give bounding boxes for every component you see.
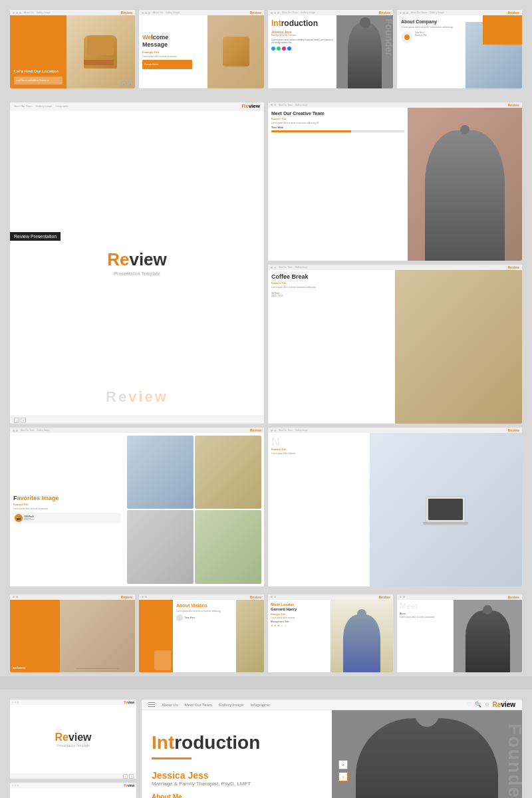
mini-slide-review-wm[interactable]: Review Review Review Presentation Templa…: [10, 783, 136, 798]
slide-title: WelcomeMessage: [142, 34, 204, 49]
intro-slide-container: About Us Meet Our Team Gallery Image Inf…: [142, 700, 522, 798]
nav-item: Gallery Image: [295, 429, 308, 432]
person-image-large: [356, 718, 499, 798]
review-content: Review Presentation Review Presentation …: [10, 110, 264, 416]
slide-body: ssions: [10, 600, 135, 673]
mini-content: Review Review Presentation Template: [10, 788, 136, 798]
brand-logo: Review: [241, 103, 260, 109]
person-role-large: Marriage & Family Therapist, PsyD, LMFT: [152, 781, 322, 787]
slide-topbar: Meet Our Team Gallery Image Infographic …: [10, 102, 264, 110]
brand-logo: Review: [250, 11, 261, 15]
person-photo: Founder: [336, 15, 393, 88]
intro-topbar: About Us Meet Our Team Gallery Image Inf…: [142, 700, 522, 710]
section-4-grid: Review ssions Review: [0, 591, 532, 677]
nav-item: Meet Our Team: [282, 11, 298, 14]
founder-watermark: Founder: [504, 724, 522, 798]
heart-icon[interactable]: ♡: [467, 702, 471, 708]
brand-logo: Review: [508, 11, 519, 15]
slide-topbar: Review: [397, 595, 522, 600]
review-watermark-area: Review: [10, 388, 264, 406]
mini-slides-column: Review Review Presentation Template ‹ › …: [10, 700, 136, 798]
nav-arrows-intro: ‹ ›: [338, 760, 348, 781]
coffee-image: [395, 270, 522, 424]
slide-topbar: Meet Our Team Gallery Image Review: [10, 428, 264, 433]
nav-item: Gallery Image: [295, 104, 308, 106]
person-name-large: Jessica Jess: [152, 770, 322, 781]
slide-body: About Company Lorem ipsum dolor sit amet…: [397, 15, 522, 88]
brand-logo-main: Review: [493, 701, 515, 708]
slide-bottombar: ‹ ›: [10, 416, 264, 424]
mini-brand: Review: [124, 701, 134, 704]
next-slide-btn[interactable]: ›: [338, 772, 348, 781]
next-btn[interactable]: ›: [129, 774, 134, 779]
nav-item: Meet Our Team: [411, 11, 427, 14]
slide-topbar: Review: [268, 595, 393, 600]
whatsapp-icon: [277, 47, 281, 51]
nav-about-us[interactable]: About Us: [162, 703, 178, 707]
slide-topbar: About Us Gallery Image Review: [139, 10, 264, 15]
nav-meet-team[interactable]: Meet Our Team: [185, 703, 212, 707]
slide-topbar: Review: [10, 595, 135, 600]
prev-slide-btn[interactable]: ‹: [338, 760, 348, 769]
slide-coffee-break[interactable]: Meet Our Team Gallery Image Review Coffe…: [268, 265, 522, 424]
slide-about-company[interactable]: Meet Our Team Gallery Image Review About…: [397, 10, 522, 88]
nav-gallery[interactable]: Gallery Image: [219, 703, 243, 707]
prev-arrow[interactable]: ‹: [14, 418, 19, 423]
intro-photo-area: Founder ‹ ›: [332, 710, 522, 798]
nav-item: Gallery Image: [37, 429, 50, 432]
slide-title: Coffee Break: [271, 273, 392, 281]
slide-title: Let's Find Our Location: [14, 69, 63, 74]
mini-topbar: Review: [10, 700, 136, 705]
hamburger-icon[interactable]: [148, 701, 156, 709]
main-review-slide[interactable]: Meet Our Team Gallery Image Infographic …: [10, 102, 264, 424]
settings-icon[interactable]: ⚙: [485, 702, 489, 708]
nav-label: Meet Our Team: [14, 104, 33, 108]
brand-logo: Review: [121, 11, 132, 15]
nav-item: Gallery Image: [165, 11, 180, 14]
nav-infographic[interactable]: Infographic: [250, 703, 270, 707]
brand-logo: Review: [508, 428, 519, 432]
large-letter: N: [271, 436, 366, 448]
section-3: Meet Our Team Gallery Image Review Favor…: [0, 428, 532, 591]
review-logo: Review: [107, 249, 167, 270]
welcome-image: [207, 15, 264, 88]
slide-meet-leader[interactable]: Review Meet LeaderGerrard Harry Example …: [268, 595, 393, 673]
slide-laptop[interactable]: Meet Our Team Gallery Image Review N Exa…: [268, 428, 522, 587]
slide-location[interactable]: About Us Gallery Image Review Let's Find…: [10, 10, 135, 88]
person-photo-dark: [454, 600, 522, 673]
nav-arrows: ‹ ›: [121, 81, 133, 86]
brand-logo: Review: [250, 595, 261, 599]
slide-body: About Visions Lorem ipsum dolor sit amet…: [139, 600, 264, 673]
twitter-icon: [271, 47, 275, 51]
slide-topbar: Review: [139, 595, 264, 600]
section-2: Meet Our Team Gallery Image Infographic …: [0, 98, 532, 428]
mini-content: Review Presentation Template: [10, 705, 136, 773]
slide-about-visions[interactable]: Review About Visions Lorem ipsum dolor s…: [139, 595, 264, 673]
team-photo: [408, 108, 522, 261]
laptop-image: [370, 433, 522, 587]
slide-introduction[interactable]: Meet Our Team Gallery Image Review Intro…: [268, 10, 393, 88]
slide-topbar: Meet Our Team Gallery Image Review: [268, 428, 522, 433]
mini-slide-review[interactable]: Review Review Presentation Template ‹ ›: [10, 700, 136, 779]
main-intro-slide[interactable]: About Us Meet Our Team Gallery Image Inf…: [142, 700, 522, 798]
section-separator: [0, 676, 532, 690]
missions-image: [60, 600, 135, 673]
prev-btn[interactable]: ‹: [123, 774, 128, 779]
large-preview-section: Review Review Presentation Template ‹ › …: [0, 690, 532, 798]
slide-meet-side[interactable]: Review Meet About Lorem ipsum dolor sit …: [397, 595, 522, 673]
slide-meet-creative[interactable]: Meet Our Team Gallery Image Review Meet …: [268, 102, 522, 261]
search-icon[interactable]: 🔍: [475, 702, 481, 708]
intro-text-area: Introduction Jessica Jess Marriage & Fam…: [142, 710, 332, 798]
visions-image: [236, 600, 264, 673]
intro-big-title: Introduction: [152, 732, 322, 753]
slide-title: About Visions: [176, 603, 233, 608]
slide-welcome[interactable]: About Us Gallery Image Review WelcomeMes…: [139, 10, 264, 88]
next-arrow[interactable]: ›: [21, 418, 26, 423]
slide-favorites[interactable]: Meet Our Team Gallery Image Review Favor…: [10, 428, 264, 587]
star-rating: ★★★☆☆: [271, 624, 328, 627]
slide-body: Meet About Lorem ipsum dolor sit amet co…: [397, 600, 522, 673]
slide-title: About Company: [401, 19, 462, 24]
brand-logo: Review: [379, 595, 390, 599]
title-underline: [152, 757, 192, 759]
slide-missions-sm[interactable]: Review ssions: [10, 595, 135, 673]
